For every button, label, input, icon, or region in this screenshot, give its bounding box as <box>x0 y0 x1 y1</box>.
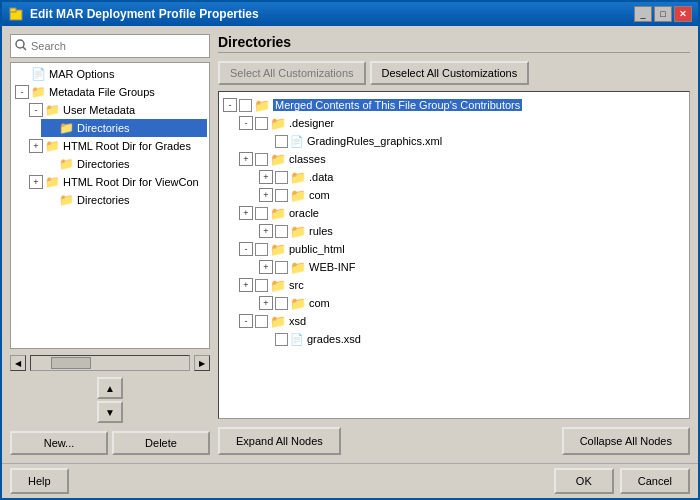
cancel-button[interactable]: Cancel <box>620 468 690 494</box>
left-panel: │ 📄 MAR Options - 📁 Metadata File Groups… <box>10 34 210 455</box>
dir-item-src[interactable]: + 📁 src <box>239 276 685 294</box>
checkbox-designer[interactable] <box>255 117 268 130</box>
checkbox-src[interactable] <box>255 279 268 292</box>
tree-item-html-root-grades[interactable]: + 📁 HTML Root Dir for Grades <box>27 137 207 155</box>
checkbox-root[interactable] <box>239 99 252 112</box>
delete-button[interactable]: Delete <box>112 431 210 455</box>
dir-expander-rules[interactable]: + <box>259 224 273 238</box>
dir-expander-web-inf[interactable]: + <box>259 260 273 274</box>
checkbox-com1[interactable] <box>275 189 288 202</box>
dir-item-classes[interactable]: + 📁 classes <box>239 150 685 168</box>
label-directories3: Directories <box>77 194 130 206</box>
checkbox-grades-xsd[interactable] <box>275 333 288 346</box>
search-box <box>10 34 210 58</box>
dir-expander-oracle[interactable]: + <box>239 206 253 220</box>
left-bottom-buttons: New... Delete <box>10 431 210 455</box>
tree-item-user-metadata[interactable]: - 📁 User Metadata <box>27 101 207 119</box>
new-button[interactable]: New... <box>10 431 108 455</box>
folder-icon-html-grades: 📁 <box>45 139 60 153</box>
folder-icon-user-metadata: 📁 <box>45 103 60 117</box>
dir-expander-root[interactable]: - <box>223 98 237 112</box>
dir-label-grading-rules: GradingRules_graphics.xml <box>307 135 442 147</box>
label-html-root-viewcon: HTML Root Dir for ViewCon <box>63 176 199 188</box>
dir-label-src: src <box>289 279 304 291</box>
select-all-button[interactable]: Select All Customizations <box>218 61 366 85</box>
dir-item-web-inf[interactable]: + 📁 WEB-INF <box>259 258 685 276</box>
close-button[interactable]: ✕ <box>674 6 692 22</box>
expander-metadata[interactable]: - <box>15 85 29 99</box>
dir-expander-public-html[interactable]: - <box>239 242 253 256</box>
minimize-button[interactable]: _ <box>634 6 652 22</box>
expander-html-viewcon[interactable]: + <box>29 175 43 189</box>
window-body: │ 📄 MAR Options - 📁 Metadata File Groups… <box>2 26 698 463</box>
tree-item-directories[interactable]: 📁 Directories <box>41 119 207 137</box>
dir-expander-com1[interactable]: + <box>259 188 273 202</box>
scrollbar-thumb[interactable] <box>51 357 91 369</box>
dir-item-xsd[interactable]: - 📁 xsd <box>239 312 685 330</box>
dir-label-com1: com <box>309 189 330 201</box>
search-input[interactable] <box>31 40 205 52</box>
directory-tree-panel[interactable]: - 📁 Merged Contents of This File Group's… <box>218 91 690 419</box>
svg-rect-1 <box>10 8 16 12</box>
checkbox-xsd[interactable] <box>255 315 268 328</box>
nav-up-button[interactable]: ▲ <box>97 377 123 399</box>
tree-item-mar-options[interactable]: │ 📄 MAR Options <box>13 65 207 83</box>
dir-item-oracle[interactable]: + 📁 oracle <box>239 204 685 222</box>
checkbox-grading[interactable] <box>275 135 288 148</box>
search-icon <box>15 39 27 54</box>
dir-label-rules: rules <box>309 225 333 237</box>
tree-item-directories3[interactable]: 📁 Directories <box>41 191 207 209</box>
dir-item-grading-rules[interactable]: 📄 GradingRules_graphics.xml <box>259 132 685 150</box>
dir-item-rules[interactable]: + 📁 rules <box>259 222 685 240</box>
left-tree-panel[interactable]: │ 📄 MAR Options - 📁 Metadata File Groups… <box>10 62 210 349</box>
folder-icon-html-viewcon: 📁 <box>45 175 60 189</box>
left-scrollbar[interactable] <box>30 355 190 371</box>
help-button[interactable]: Help <box>10 468 69 494</box>
checkbox-rules[interactable] <box>275 225 288 238</box>
dir-item-designer[interactable]: - 📁 .designer <box>239 114 685 132</box>
maximize-button[interactable]: □ <box>654 6 672 22</box>
folder-icon-directories2: 📁 <box>59 157 74 171</box>
expander-html-grades[interactable]: + <box>29 139 43 153</box>
panel-title: Directories <box>218 34 690 53</box>
dir-label-xsd: xsd <box>289 315 306 327</box>
checkbox-oracle[interactable] <box>255 207 268 220</box>
dir-item-com2[interactable]: + 📁 com <box>259 294 685 312</box>
expand-all-button[interactable]: Expand All Nodes <box>218 427 341 455</box>
dir-expander-designer[interactable]: - <box>239 116 253 130</box>
dir-label-public-html: public_html <box>289 243 345 255</box>
dir-expander-com2[interactable]: + <box>259 296 273 310</box>
label-directories2: Directories <box>77 158 130 170</box>
folder-icon-oracle: 📁 <box>270 206 286 221</box>
title-bar: Edit MAR Deployment Profile Properties _… <box>2 2 698 26</box>
checkbox-web-inf[interactable] <box>275 261 288 274</box>
checkbox-public-html[interactable] <box>255 243 268 256</box>
tree-item-metadata-file-groups[interactable]: - 📁 Metadata File Groups <box>13 83 207 101</box>
label-mar-options: MAR Options <box>49 68 114 80</box>
folder-icon-designer: 📁 <box>270 116 286 131</box>
dir-expander-xsd[interactable]: - <box>239 314 253 328</box>
deselect-all-button[interactable]: Deselect All Customizations <box>370 61 530 85</box>
dir-expander-classes[interactable]: + <box>239 152 253 166</box>
nav-down-button[interactable]: ▼ <box>97 401 123 423</box>
dir-item-root[interactable]: - 📁 Merged Contents of This File Group's… <box>223 96 685 114</box>
checkbox-data[interactable] <box>275 171 288 184</box>
expander-user-metadata[interactable]: - <box>29 103 43 117</box>
dir-item-grades-xsd[interactable]: 📄 grades.xsd <box>259 330 685 348</box>
folder-icon-mar: 📄 <box>31 67 46 81</box>
dir-item-com1[interactable]: + 📁 com <box>259 186 685 204</box>
folder-icon-com2: 📁 <box>290 296 306 311</box>
checkbox-com2[interactable] <box>275 297 288 310</box>
ok-button[interactable]: OK <box>554 468 614 494</box>
scroll-left-arrow[interactable]: ◀ <box>10 355 26 371</box>
tree-item-directories2[interactable]: 📁 Directories <box>41 155 207 173</box>
dir-item-data[interactable]: + 📁 .data <box>259 168 685 186</box>
scroll-right-arrow[interactable]: ▶ <box>194 355 210 371</box>
svg-point-2 <box>16 40 24 48</box>
tree-item-html-root-viewcon[interactable]: + 📁 HTML Root Dir for ViewCon <box>27 173 207 191</box>
checkbox-classes[interactable] <box>255 153 268 166</box>
dir-item-public-html[interactable]: - 📁 public_html <box>239 240 685 258</box>
collapse-all-button[interactable]: Collapse All Nodes <box>562 427 690 455</box>
dir-expander-data[interactable]: + <box>259 170 273 184</box>
dir-expander-src[interactable]: + <box>239 278 253 292</box>
